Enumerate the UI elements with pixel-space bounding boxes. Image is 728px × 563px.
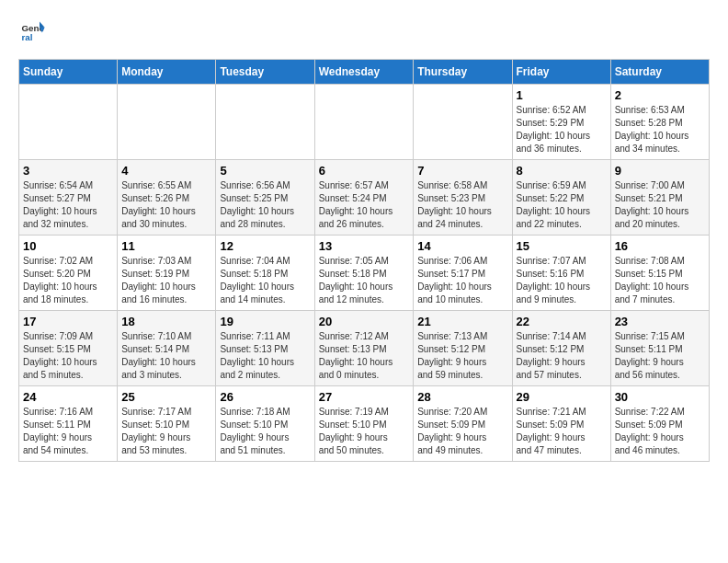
day-number: 26 [220, 390, 310, 404]
calendar-cell: 9Sunrise: 7:00 AM Sunset: 5:21 PM Daylig… [610, 160, 709, 236]
calendar-cell: 14Sunrise: 7:06 AM Sunset: 5:17 PM Dayli… [414, 236, 512, 311]
calendar-cell: 27Sunrise: 7:19 AM Sunset: 5:10 PM Dayli… [314, 386, 414, 462]
day-info: Sunrise: 6:59 AM Sunset: 5:22 PM Dayligh… [517, 179, 607, 231]
day-info: Sunrise: 7:21 AM Sunset: 5:09 PM Dayligh… [517, 406, 607, 457]
day-info: Sunrise: 7:18 AM Sunset: 5:10 PM Dayligh… [220, 406, 310, 457]
calendar-cell [118, 85, 216, 160]
calendar-header-thursday: Thursday [414, 60, 512, 85]
day-number: 8 [517, 164, 607, 178]
day-number: 5 [220, 164, 310, 178]
day-number: 1 [517, 88, 607, 102]
calendar-header-sunday: Sunday [19, 60, 118, 85]
calendar-cell: 6Sunrise: 6:57 AM Sunset: 5:24 PM Daylig… [314, 160, 414, 236]
day-number: 21 [417, 315, 507, 328]
calendar-cell [414, 85, 512, 160]
day-info: Sunrise: 6:56 AM Sunset: 5:25 PM Dayligh… [220, 179, 310, 231]
day-number: 16 [615, 239, 705, 253]
calendar-cell: 8Sunrise: 6:59 AM Sunset: 5:22 PM Daylig… [512, 160, 610, 236]
day-number: 30 [615, 390, 705, 404]
calendar-cell: 3Sunrise: 6:54 AM Sunset: 5:27 PM Daylig… [19, 160, 118, 236]
day-info: Sunrise: 7:07 AM Sunset: 5:16 PM Dayligh… [517, 255, 607, 306]
day-info: Sunrise: 7:02 AM Sunset: 5:20 PM Dayligh… [23, 255, 113, 306]
day-number: 28 [417, 390, 507, 404]
svg-text:ral: ral [21, 32, 32, 42]
day-number: 24 [23, 390, 113, 404]
day-info: Sunrise: 7:15 AM Sunset: 5:11 PM Dayligh… [615, 330, 705, 382]
calendar-cell: 30Sunrise: 7:22 AM Sunset: 5:09 PM Dayli… [610, 386, 709, 462]
calendar-cell: 18Sunrise: 7:10 AM Sunset: 5:14 PM Dayli… [118, 311, 216, 386]
calendar-cell: 25Sunrise: 7:17 AM Sunset: 5:10 PM Dayli… [118, 386, 216, 462]
calendar-cell: 1Sunrise: 6:52 AM Sunset: 5:29 PM Daylig… [512, 85, 610, 160]
calendar-cell: 16Sunrise: 7:08 AM Sunset: 5:15 PM Dayli… [610, 236, 709, 311]
day-info: Sunrise: 6:58 AM Sunset: 5:23 PM Dayligh… [417, 179, 507, 231]
day-info: Sunrise: 6:55 AM Sunset: 5:26 PM Dayligh… [121, 179, 211, 231]
calendar-header-row: SundayMondayTuesdayWednesdayThursdayFrid… [19, 60, 710, 85]
day-info: Sunrise: 7:09 AM Sunset: 5:15 PM Dayligh… [23, 330, 113, 382]
day-info: Sunrise: 6:52 AM Sunset: 5:29 PM Dayligh… [517, 104, 607, 155]
calendar-cell: 26Sunrise: 7:18 AM Sunset: 5:10 PM Dayli… [216, 386, 314, 462]
day-number: 23 [615, 315, 705, 328]
calendar-cell: 24Sunrise: 7:16 AM Sunset: 5:11 PM Dayli… [19, 386, 118, 462]
calendar-cell: 10Sunrise: 7:02 AM Sunset: 5:20 PM Dayli… [19, 236, 118, 311]
day-number: 12 [220, 239, 310, 253]
calendar-header-saturday: Saturday [610, 60, 709, 85]
logo-icon: Gene ral [20, 18, 46, 44]
day-info: Sunrise: 7:17 AM Sunset: 5:10 PM Dayligh… [121, 406, 211, 457]
calendar-week-1: 1Sunrise: 6:52 AM Sunset: 5:29 PM Daylig… [19, 85, 710, 160]
calendar-week-5: 24Sunrise: 7:16 AM Sunset: 5:11 PM Dayli… [19, 386, 710, 462]
day-number: 13 [319, 239, 410, 253]
day-info: Sunrise: 7:08 AM Sunset: 5:15 PM Dayligh… [615, 255, 705, 306]
day-number: 11 [121, 239, 211, 253]
calendar-header-monday: Monday [118, 60, 216, 85]
day-number: 20 [319, 315, 410, 328]
calendar-cell: 7Sunrise: 6:58 AM Sunset: 5:23 PM Daylig… [414, 160, 512, 236]
day-number: 4 [121, 164, 211, 178]
calendar-cell: 15Sunrise: 7:07 AM Sunset: 5:16 PM Dayli… [512, 236, 610, 311]
day-info: Sunrise: 6:53 AM Sunset: 5:28 PM Dayligh… [615, 104, 705, 155]
day-info: Sunrise: 6:57 AM Sunset: 5:24 PM Dayligh… [319, 179, 410, 231]
day-info: Sunrise: 7:16 AM Sunset: 5:11 PM Dayligh… [23, 406, 113, 457]
day-info: Sunrise: 7:04 AM Sunset: 5:18 PM Dayligh… [220, 255, 310, 306]
day-number: 9 [615, 164, 705, 178]
day-number: 19 [220, 315, 310, 328]
calendar-cell: 21Sunrise: 7:13 AM Sunset: 5:12 PM Dayli… [414, 311, 512, 386]
day-info: Sunrise: 7:11 AM Sunset: 5:13 PM Dayligh… [220, 330, 310, 382]
calendar-week-3: 10Sunrise: 7:02 AM Sunset: 5:20 PM Dayli… [19, 236, 710, 311]
day-info: Sunrise: 7:10 AM Sunset: 5:14 PM Dayligh… [121, 330, 211, 382]
calendar-cell: 28Sunrise: 7:20 AM Sunset: 5:09 PM Dayli… [414, 386, 512, 462]
day-number: 14 [417, 239, 507, 253]
calendar-cell [216, 85, 314, 160]
day-number: 15 [517, 239, 607, 253]
day-info: Sunrise: 7:19 AM Sunset: 5:10 PM Dayligh… [319, 406, 410, 457]
calendar-cell: 17Sunrise: 7:09 AM Sunset: 5:15 PM Dayli… [19, 311, 118, 386]
day-info: Sunrise: 7:20 AM Sunset: 5:09 PM Dayligh… [417, 406, 507, 457]
calendar-cell [314, 85, 414, 160]
day-info: Sunrise: 6:54 AM Sunset: 5:27 PM Dayligh… [23, 179, 113, 231]
day-info: Sunrise: 7:22 AM Sunset: 5:09 PM Dayligh… [615, 406, 705, 457]
calendar-table: SundayMondayTuesdayWednesdayThursdayFrid… [18, 59, 710, 462]
day-number: 17 [23, 315, 113, 328]
calendar-cell: 29Sunrise: 7:21 AM Sunset: 5:09 PM Dayli… [512, 386, 610, 462]
calendar-week-2: 3Sunrise: 6:54 AM Sunset: 5:27 PM Daylig… [19, 160, 710, 236]
day-number: 10 [23, 239, 113, 253]
calendar-cell: 4Sunrise: 6:55 AM Sunset: 5:26 PM Daylig… [118, 160, 216, 236]
day-number: 7 [417, 164, 507, 178]
day-number: 27 [319, 390, 410, 404]
page-header: Gene ral [18, 18, 710, 44]
calendar-header-tuesday: Tuesday [216, 60, 314, 85]
day-info: Sunrise: 7:00 AM Sunset: 5:21 PM Dayligh… [615, 179, 705, 231]
calendar-cell: 19Sunrise: 7:11 AM Sunset: 5:13 PM Dayli… [216, 311, 314, 386]
calendar-cell: 2Sunrise: 6:53 AM Sunset: 5:28 PM Daylig… [610, 85, 709, 160]
day-number: 2 [615, 88, 705, 102]
calendar-cell: 23Sunrise: 7:15 AM Sunset: 5:11 PM Dayli… [610, 311, 709, 386]
calendar-cell: 5Sunrise: 6:56 AM Sunset: 5:25 PM Daylig… [216, 160, 314, 236]
day-info: Sunrise: 7:06 AM Sunset: 5:17 PM Dayligh… [417, 255, 507, 306]
day-info: Sunrise: 7:05 AM Sunset: 5:18 PM Dayligh… [319, 255, 410, 306]
calendar-cell: 13Sunrise: 7:05 AM Sunset: 5:18 PM Dayli… [314, 236, 414, 311]
calendar-cell: 22Sunrise: 7:14 AM Sunset: 5:12 PM Dayli… [512, 311, 610, 386]
day-info: Sunrise: 7:13 AM Sunset: 5:12 PM Dayligh… [417, 330, 507, 382]
logo: Gene ral [18, 18, 50, 44]
day-info: Sunrise: 7:03 AM Sunset: 5:19 PM Dayligh… [121, 255, 211, 306]
calendar-header-friday: Friday [512, 60, 610, 85]
calendar-cell: 20Sunrise: 7:12 AM Sunset: 5:13 PM Dayli… [314, 311, 414, 386]
